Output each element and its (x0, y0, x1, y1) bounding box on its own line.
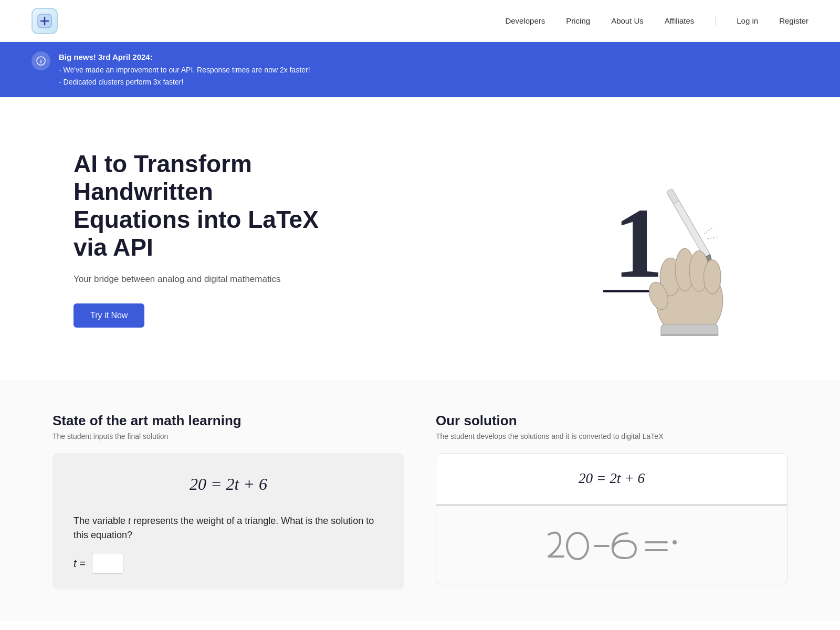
banner-line1: - We've made an improvement to our API. … (59, 64, 310, 77)
handwriting-svg (517, 519, 706, 571)
nav-login[interactable]: Log in (737, 16, 758, 25)
banner-line2: - Dedicated clusters perform 3x faster! (59, 76, 310, 89)
hero-section: AI to Transform Handwritten Equations in… (0, 97, 840, 381)
nav-developers[interactable]: Developers (505, 16, 545, 25)
nav-affiliates[interactable]: Affiliates (665, 16, 694, 25)
svg-point-17 (704, 260, 721, 294)
right-column: Our solution The student develops the so… (436, 413, 788, 590)
solution-equation-svg: 20 = 2t + 6 (522, 464, 701, 490)
svg-line-21 (704, 227, 713, 234)
hand-illustration-svg: 1 (556, 142, 756, 336)
solution-card: 20 = 2t + 6 (436, 453, 788, 584)
svg-text:20 = 2t + 6: 20 = 2t + 6 (190, 475, 267, 494)
svg-rect-10 (666, 188, 679, 204)
math-question: The variable t represents the weight of … (74, 514, 383, 542)
try-now-button[interactable]: Try it Now (74, 303, 144, 328)
banner-content: Big news! 3rd April 2024: - We've made a… (59, 50, 310, 89)
nav-about-us[interactable]: About Us (611, 16, 644, 25)
svg-point-25 (567, 533, 588, 559)
logo-svg (37, 14, 52, 28)
nav-pricing[interactable]: Pricing (566, 16, 590, 25)
equation-svg: 20 = 2t + 6 (150, 469, 307, 498)
hero-left: AI to Transform Handwritten Equations in… (74, 150, 336, 328)
left-section-title: State of the art math learning (52, 413, 404, 429)
nav-divider (715, 16, 716, 26)
lower-section: State of the art math learning The stude… (0, 381, 840, 621)
right-section-title: Our solution (436, 413, 788, 429)
svg-point-29 (673, 540, 677, 544)
hero-subheading: Your bridge between analog and digital m… (74, 274, 336, 285)
right-section-subtitle: The student develops the solutions and i… (436, 432, 788, 440)
logo[interactable] (32, 8, 58, 34)
svg-rect-20 (661, 334, 718, 336)
svg-line-22 (708, 237, 719, 239)
answer-input-box[interactable] (92, 553, 123, 574)
header: Developers Pricing About Us Affiliates L… (0, 0, 840, 42)
banner-title: Big news! 3rd April 2024: (59, 50, 310, 64)
hero-heading: AI to Transform Handwritten Equations in… (74, 150, 336, 261)
left-section-subtitle: The student inputs the final solution (52, 432, 404, 440)
left-column: State of the art math learning The stude… (52, 413, 404, 590)
nav: Developers Pricing About Us Affiliates L… (505, 16, 808, 26)
solution-equation-display: 20 = 2t + 6 (436, 454, 787, 505)
logo-icon (32, 8, 58, 34)
announcement-banner: Big news! 3rd April 2024: - We've made a… (0, 42, 840, 97)
hero-illustration: 1 (546, 139, 766, 339)
info-icon (36, 56, 46, 66)
math-answer-row: t = (74, 553, 383, 574)
banner-icon (32, 51, 50, 70)
equation-display: 20 = 2t + 6 (74, 469, 383, 501)
svg-text:20 = 2t + 6: 20 = 2t + 6 (579, 470, 645, 486)
math-card: 20 = 2t + 6 The variable t represents th… (52, 453, 404, 590)
svg-point-6 (40, 59, 41, 60)
nav-register[interactable]: Register (779, 16, 808, 25)
answer-label: t = (74, 558, 86, 570)
solution-handwriting-area (436, 506, 787, 584)
